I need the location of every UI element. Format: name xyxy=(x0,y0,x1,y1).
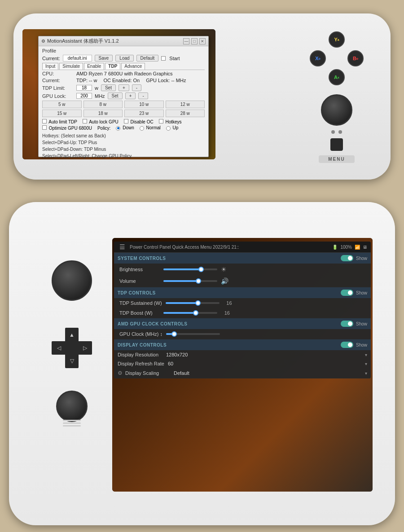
display-resolution-row: Display Resolution 1280x720 ▾ xyxy=(114,350,371,359)
volume-slider[interactable] xyxy=(163,280,217,282)
cpu-row: CPU: AMD Ryzen 7 6800U with Radeon Graph… xyxy=(42,71,205,76)
right-thumbstick-top[interactable] xyxy=(321,94,352,126)
gear-icon[interactable]: ⚙ xyxy=(118,370,123,376)
large-left-button[interactable] xyxy=(56,391,88,422)
brightness-icon: ☀ xyxy=(221,266,227,273)
volume-thumb[interactable] xyxy=(196,278,201,284)
gpu-lock-input[interactable] xyxy=(76,93,92,99)
system-controls-toggle-switch[interactable] xyxy=(341,255,353,261)
a-button[interactable]: Ax xyxy=(329,69,345,85)
b-button[interactable]: Bo xyxy=(347,50,364,66)
quick-btns-row1: 5 w 8 w 10 w 12 w xyxy=(42,101,205,108)
tab-advance[interactable]: Advance xyxy=(121,63,145,70)
gpu-minus-button[interactable]: - xyxy=(138,92,148,99)
panel-menu-button[interactable]: ☰ xyxy=(118,243,127,251)
x-button[interactable]: Xo xyxy=(310,50,326,66)
display-refresh-rate-arrow[interactable]: ▾ xyxy=(365,361,367,366)
bottom-screen: ☰ Power Control Panel Quick Access Menu … xyxy=(112,238,373,492)
y-button[interactable]: Ya xyxy=(329,31,345,48)
tdp-toggle-knob xyxy=(348,290,352,295)
quick-btn-23w[interactable]: 23 w xyxy=(124,110,164,117)
tdp-show-label: Show xyxy=(356,290,367,295)
motion-tabs: Input Simulate Enable TDP Advance xyxy=(42,63,205,70)
display-scaling-gear-row: ⚙ Display Scaling xyxy=(118,370,170,376)
tdp-boost-slider[interactable] xyxy=(163,312,217,314)
policy-down-label[interactable]: Down xyxy=(116,125,134,130)
face-buttons: Ya Xo Bo Ax xyxy=(310,31,364,85)
quick-btn-8w[interactable]: 8 w xyxy=(83,101,123,108)
quick-btn-10w[interactable]: 10 w xyxy=(124,101,164,108)
brightness-label: Brightness xyxy=(119,267,160,272)
hotkeys-label[interactable]: Hotkeys xyxy=(159,119,182,124)
quick-btn-5w[interactable]: 5 w xyxy=(42,101,82,108)
close-button[interactable]: ✕ xyxy=(199,38,206,44)
current-info-row: Current: TDP: -- w OC Enabled: On GPU Lo… xyxy=(42,78,205,83)
display-controls-title: DISPLAY CONTROLS xyxy=(118,343,167,347)
gpu-set-button[interactable]: Set xyxy=(108,92,123,99)
display-toggle-switch[interactable] xyxy=(341,342,353,348)
tdp-limit-row: TDP Limit: w Set + - xyxy=(42,84,205,91)
display-resolution-arrow[interactable]: ▾ xyxy=(365,352,367,357)
dpad-right-button[interactable]: ▷ xyxy=(78,341,92,355)
checkbox-row1: Auto limit TDP Auto lock GPU Disable OC … xyxy=(42,119,205,124)
default-button[interactable]: Default xyxy=(136,55,159,62)
tdp-plus-button[interactable]: + xyxy=(119,84,129,91)
tdp-sustained-value: 16 xyxy=(223,300,232,306)
optimize-gpu-label[interactable]: Optimize GPU 6800U xyxy=(42,125,92,131)
maximize-button[interactable]: □ xyxy=(191,38,198,44)
system-controls-toggle: Show xyxy=(341,255,367,261)
display-scaling-value: Default xyxy=(170,370,365,376)
auto-lock-gpu-label[interactable]: Auto lock GPU xyxy=(83,119,119,124)
tdp-sustained-thumb[interactable] xyxy=(195,300,201,306)
tab-simulate[interactable]: Simulate xyxy=(59,63,83,70)
start-checkbox[interactable] xyxy=(161,56,166,61)
dpad-up-button[interactable]: ▲ xyxy=(65,328,79,342)
tdp-toggle-switch[interactable] xyxy=(341,290,353,296)
panel-header-title: Power Control Panel Quick Access Menu 20… xyxy=(130,245,239,250)
checkbox-row2: Optimize GPU 6800U Policy: Down Normal U… xyxy=(42,125,205,131)
menu-button-top[interactable]: MENU xyxy=(319,155,355,163)
tab-enable[interactable]: Enable xyxy=(84,63,104,70)
face-buttons-area: Ya Xo Bo Ax MENU xyxy=(296,31,377,167)
quick-btn-28w[interactable]: 28 w xyxy=(166,110,205,117)
gpu-plus-button[interactable]: + xyxy=(125,92,136,99)
display-scaling-arrow[interactable]: ▾ xyxy=(365,371,367,376)
tab-tdp[interactable]: TDP xyxy=(105,63,120,70)
square-button-top[interactable] xyxy=(330,138,343,151)
policy-up-label[interactable]: Up xyxy=(166,125,179,130)
brightness-thumb[interactable] xyxy=(198,267,204,272)
tdp-sustained-slider[interactable] xyxy=(166,302,220,304)
tdp-limit-label: TDP Limit: xyxy=(42,85,74,91)
bottom-device: ▲ ▽ ◁ ▷ ☰ Power Control Panel Quick Acce… xyxy=(9,202,395,525)
dpad-down-button[interactable]: ▽ xyxy=(65,354,79,368)
tdp-boost-value: 16 xyxy=(221,310,230,316)
auto-limit-tdp-label[interactable]: Auto limit TDP xyxy=(42,119,77,124)
tdp-minus-button[interactable]: - xyxy=(132,84,141,91)
policy-normal-label[interactable]: Normal xyxy=(140,125,161,130)
grip-ridges-left xyxy=(63,420,81,426)
quick-btn-12w[interactable]: 12 w xyxy=(166,101,205,108)
current-oc: OC Enabled: On xyxy=(103,78,140,83)
tab-input[interactable]: Input xyxy=(42,63,58,70)
amd-gpu-toggle-switch[interactable] xyxy=(341,321,353,327)
brightness-row: Brightness ☀ xyxy=(114,264,371,275)
brightness-slider[interactable] xyxy=(163,268,217,270)
load-button[interactable]: Load xyxy=(115,55,133,62)
volume-icon: 🔊 xyxy=(221,277,228,285)
brightness-fill xyxy=(163,268,201,270)
left-thumbstick-bottom[interactable] xyxy=(52,260,92,301)
tdp-boost-thumb[interactable] xyxy=(193,310,198,316)
profile-row: Profile xyxy=(42,48,205,53)
tdp-sustained-fill xyxy=(166,302,198,304)
tdp-set-button[interactable]: Set xyxy=(101,84,116,91)
tdp-limit-input[interactable] xyxy=(76,85,92,91)
disable-oc-label[interactable]: Disable OC xyxy=(124,119,154,124)
gpu-clock-slider[interactable] xyxy=(166,333,220,335)
gpu-clock-thumb[interactable] xyxy=(171,331,177,337)
dpad-left-button[interactable]: ◁ xyxy=(52,341,66,355)
volume-row: Volume 🔊 xyxy=(114,275,371,287)
quick-btn-18w[interactable]: 18 w xyxy=(83,110,123,117)
save-button[interactable]: Save xyxy=(95,55,113,62)
quick-btn-15w[interactable]: 15 w xyxy=(42,110,82,117)
minimize-button[interactable]: — xyxy=(183,38,189,44)
